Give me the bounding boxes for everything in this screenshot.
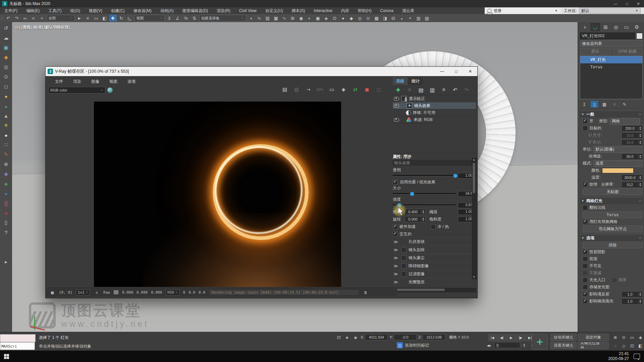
minimize-button[interactable]: — xyxy=(610,0,621,7)
playback-button[interactable]: ◀| xyxy=(497,334,506,341)
left-toolbar-icon[interactable]: ♣ xyxy=(2,180,10,188)
toolbar-icon[interactable]: ► xyxy=(76,15,83,21)
selection-set-dropdown[interactable]: 选定对象 xyxy=(578,334,609,341)
menu-item[interactable]: 内容 xyxy=(337,7,354,14)
viewport-nav-icon[interactable]: ⊕ xyxy=(612,334,619,341)
snap-toolbar-icon[interactable]: ∠ xyxy=(174,15,181,21)
menu-item[interactable]: 自定义(U) xyxy=(261,7,287,14)
windows-start-icon[interactable] xyxy=(4,354,9,359)
toolbar-icon[interactable]: ⊟ xyxy=(390,15,397,21)
tab-modify-icon[interactable]: ◡ xyxy=(590,23,600,31)
menu-item[interactable]: 脚本(S) xyxy=(287,7,309,14)
menu-item[interactable]: 工具(T) xyxy=(44,7,66,14)
left-toolbar-icon[interactable]: ☁ xyxy=(2,34,10,42)
collapsed-section[interactable]: ≫ 镜头划痕 xyxy=(393,246,476,254)
select-move-icon[interactable]: ✚ xyxy=(109,15,117,21)
playback-button[interactable]: ▶ xyxy=(507,334,516,341)
tab-utilities-icon[interactable]: ⚙ xyxy=(632,23,642,31)
menu-item[interactable]: 编辑(E) xyxy=(22,7,44,14)
vfb-tool-icon[interactable]: ◈ xyxy=(339,85,348,94)
option-checkbox[interactable] xyxy=(583,249,588,254)
option-checkbox[interactable] xyxy=(583,256,588,261)
left-toolbar-icon[interactable]: ● xyxy=(2,92,10,100)
toolbar-icon[interactable]: ◺ xyxy=(126,15,133,21)
left-toolbar-icon[interactable]: ▲ xyxy=(2,112,10,120)
opacity-slider[interactable]: 1.000 xyxy=(393,173,476,179)
toolbar-icon[interactable]: ◨ xyxy=(381,15,389,21)
targeted-checkbox[interactable] xyxy=(583,126,588,131)
spinner-arrows-icon[interactable] xyxy=(638,155,642,158)
layer-tool-icon[interactable]: ↶ xyxy=(451,86,459,94)
key-filters-button[interactable]: 关键点过滤器... xyxy=(578,342,609,349)
vfb-tool-icon[interactable]: ▤ xyxy=(280,85,289,94)
chevron-expand-icon[interactable]: ≫ xyxy=(393,247,399,252)
left-toolbar-icon[interactable]: ▯ xyxy=(2,219,10,227)
vfb-tool-icon[interactable]: ◼ xyxy=(363,85,371,94)
viewport-nav-icon[interactable]: ◈ xyxy=(637,334,644,341)
export-mesh-button[interactable]: 导出网格为节点 xyxy=(583,226,643,232)
vfb-tool-icon[interactable]: ⇄ xyxy=(351,85,360,94)
section-checkbox[interactable] xyxy=(401,272,406,277)
left-toolbar-icon[interactable]: ◎ xyxy=(2,63,10,71)
left-toolbar-icon[interactable]: ■ xyxy=(2,209,10,217)
visibility-eye-icon[interactable] xyxy=(394,104,399,108)
toolbar-icon[interactable]: ≡ xyxy=(84,15,92,21)
section-checkbox[interactable] xyxy=(401,255,406,260)
vray-frame-buffer-window[interactable]: 3 V-Ray 帧缓存区 - [100.0% of 737 x 553] — □… xyxy=(45,66,478,298)
toolbar-icon[interactable]: ⊙ xyxy=(365,15,372,21)
vfb-tool-icon[interactable]: ⇢ xyxy=(304,85,313,94)
playback-button[interactable]: |▶ xyxy=(516,334,525,341)
vfb-tool-icon[interactable]: 50% xyxy=(316,85,324,94)
dock-icon[interactable]: ≣ xyxy=(362,289,369,295)
vfb-tool-icon[interactable]: ▥ xyxy=(292,85,301,94)
affect-specular-checkbox[interactable] xyxy=(583,299,588,304)
layer-tool-icon[interactable]: ✕ xyxy=(406,86,414,94)
toolbar-icon[interactable]: ≍ xyxy=(30,15,37,21)
maxscript-mini-listener-pink[interactable] xyxy=(0,334,36,342)
affect-diffuse-checkbox[interactable] xyxy=(583,292,588,297)
login-button[interactable]: 登录 ▼ xyxy=(485,7,560,14)
toolbar-icon[interactable]: ◉ xyxy=(298,15,305,21)
vfb-menu-item[interactable]: 渲染 xyxy=(70,78,84,85)
modifier-stack-item[interactable]: VR_灯光 xyxy=(580,56,642,63)
set-key-button[interactable]: 设置关键点 xyxy=(550,342,577,349)
prev-next-frame-icon[interactable]: ◂▸ xyxy=(486,342,492,348)
absolute-mode-icon[interactable]: ◈ xyxy=(352,334,359,340)
left-toolbar-icon[interactable]: ↺ xyxy=(2,24,10,32)
slider-knob[interactable] xyxy=(410,192,414,196)
toolbar-icon[interactable]: ↻ xyxy=(118,15,125,21)
left-toolbar-icon[interactable]: ▣ xyxy=(2,44,10,52)
tab-motion-icon[interactable]: ◎ xyxy=(611,23,621,31)
workspace-selector[interactable]: 工作区: 默认 ▼ xyxy=(560,7,644,14)
multiplier-spinner[interactable]: 30.0 xyxy=(622,154,643,160)
playback-button[interactable]: |◀ xyxy=(488,334,497,341)
toolbar-icon[interactable]: ≈ xyxy=(38,15,46,21)
left-toolbar-icon[interactable]: ◆ xyxy=(2,53,10,61)
add-time-tag[interactable]: ◫ 添加时间标记 xyxy=(397,342,429,348)
layer-tool-icon[interactable]: ↷ xyxy=(463,86,471,94)
spinner-arrows-icon[interactable] xyxy=(638,176,642,179)
extrude-button[interactable]: 挤出 xyxy=(580,48,611,55)
stack-tool-icon[interactable]: ✎ xyxy=(621,101,628,108)
slider-knob[interactable] xyxy=(453,174,458,178)
current-frame-field[interactable]: 0 xyxy=(494,342,520,348)
selection-filter-dropdown[interactable]: 全部▼ xyxy=(47,15,75,21)
set-keys-button[interactable]: ＋ xyxy=(532,334,548,350)
object-name-field[interactable]: VR_灯光002 xyxy=(580,33,635,39)
no-map-button[interactable]: 无贴图 xyxy=(583,188,643,195)
toolbar-icon[interactable]: ◒ xyxy=(398,15,406,21)
option-checkbox[interactable] xyxy=(583,263,588,268)
named-selection-set-dropdown[interactable]: 创建选择集▼ xyxy=(199,15,246,21)
toolbar-icon[interactable]: ◐ xyxy=(306,15,313,21)
toolbar-icon[interactable]: ↷ xyxy=(13,15,20,21)
visibility-eye-icon[interactable] xyxy=(394,118,399,122)
menu-item[interactable]: 渲染(R) xyxy=(212,7,235,14)
texture-checkbox[interactable] xyxy=(583,182,588,187)
toolbar-icon[interactable]: ▩ xyxy=(373,15,380,21)
option-checkbox[interactable] xyxy=(583,270,588,276)
left-toolbar-icon[interactable]: ✎ xyxy=(2,150,10,159)
toolbar-expand-icon[interactable]: ▶ xyxy=(5,260,7,264)
chevron-expand-icon[interactable]: ≫ xyxy=(393,272,399,277)
on-checkbox[interactable] xyxy=(583,119,588,124)
toolbar-icon[interactable]: ↶ xyxy=(5,15,12,21)
